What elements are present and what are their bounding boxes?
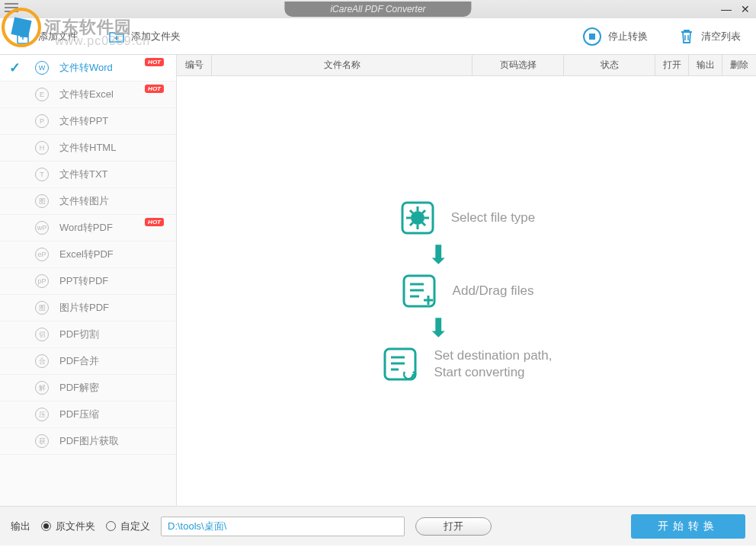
stop-icon xyxy=(582,27,602,46)
arrow-down-icon: ⬇ xyxy=(428,239,449,270)
sidebar-item-label: PDF压缩 xyxy=(59,408,99,421)
sidebar-item-5[interactable]: 图文件转图片 xyxy=(0,188,176,215)
sidebar-item-label: 文件转Excel xyxy=(59,88,114,101)
sidebar-item-label: 文件转TXT xyxy=(59,168,108,181)
sidebar-item-0[interactable]: W文件转WordHOT xyxy=(0,55,176,82)
sidebar-item-9[interactable]: 图图片转PDF xyxy=(0,295,176,321)
col-number: 编号 xyxy=(177,55,212,75)
trash-icon xyxy=(678,27,695,46)
sidebar-item-label: PDF图片获取 xyxy=(59,434,119,448)
stop-convert-button[interactable]: 停止转换 xyxy=(582,27,648,46)
hot-badge: HOT xyxy=(145,58,164,66)
sidebar-item-label: 文件转PPT xyxy=(59,114,108,128)
format-icon: pP xyxy=(35,274,49,288)
radio-off-icon xyxy=(106,521,116,531)
sidebar-item-6[interactable]: wPWord转PDFHOT xyxy=(0,215,176,242)
svg-rect-4 xyxy=(589,34,595,40)
step3-text: Set destination path,Start converting xyxy=(434,347,552,381)
sidebar-item-label: 文件转图片 xyxy=(59,194,109,208)
sidebar-item-label: PDF合并 xyxy=(59,354,99,368)
file-convert-icon xyxy=(380,344,420,384)
step2-text: Add/Drag files xyxy=(453,283,534,299)
svg-line-12 xyxy=(422,222,425,226)
sidebar-item-2[interactable]: P文件转PPT xyxy=(0,108,176,135)
format-icon: 解 xyxy=(35,381,49,395)
stop-label: 停止转换 xyxy=(608,30,648,43)
start-convert-button[interactable]: 开始转换 xyxy=(631,514,745,539)
titlebar: iCareAll PDF Converter — ✕ xyxy=(0,0,756,18)
format-icon: 压 xyxy=(35,408,49,421)
sidebar-item-label: Word转PDF xyxy=(59,221,113,235)
col-filename: 文件名称 xyxy=(212,55,472,75)
sidebar-item-label: 文件转Word xyxy=(59,61,113,75)
sidebar-item-8[interactable]: pPPPT转PDF xyxy=(0,268,176,295)
hamburger-icon[interactable] xyxy=(5,3,18,14)
sidebar-item-12[interactable]: 解PDF解密 xyxy=(0,375,176,401)
clear-list-button[interactable]: 清空列表 xyxy=(678,27,741,46)
hot-badge: HOT xyxy=(145,218,164,226)
format-icon: T xyxy=(35,168,49,181)
sidebar-item-label: PPT转PDF xyxy=(59,274,108,288)
col-output: 输出 xyxy=(689,55,722,75)
step-select-type: Select file type xyxy=(398,198,536,238)
format-icon: 获 xyxy=(35,434,49,448)
svg-line-11 xyxy=(410,210,413,213)
format-icon: 切 xyxy=(35,328,49,341)
radio-origin-label: 原文件夹 xyxy=(56,520,95,533)
radio-custom-folder[interactable]: 自定义 xyxy=(106,520,150,533)
col-open: 打开 xyxy=(655,55,689,75)
sidebar-item-label: 文件转HTML xyxy=(59,141,116,155)
col-pages: 页码选择 xyxy=(472,55,564,75)
table-header: 编号 文件名称 页码选择 状态 打开 输出 删除 xyxy=(177,55,756,76)
open-folder-button[interactable]: 打开 xyxy=(415,517,492,536)
col-delete: 删除 xyxy=(722,55,756,75)
minimize-button[interactable]: — xyxy=(721,3,732,15)
sidebar-item-label: 图片转PDF xyxy=(59,301,109,315)
sidebar-item-13[interactable]: 压PDF压缩 xyxy=(0,401,176,428)
watermark-url: www.pc0359.cn xyxy=(55,34,150,48)
sidebar-item-3[interactable]: H文件转HTML xyxy=(0,135,176,162)
footer-bar: 输出 原文件夹 自定义 D:\tools\桌面\ 打开 开始转换 xyxy=(0,506,756,545)
file-add-icon xyxy=(15,28,32,45)
output-path-field[interactable]: D:\tools\桌面\ xyxy=(161,517,405,536)
format-icon: H xyxy=(35,141,49,155)
radio-on-icon xyxy=(41,521,51,531)
format-icon: 图 xyxy=(35,194,49,208)
step-add-files: Add/Drag files xyxy=(399,271,534,311)
format-icon: E xyxy=(35,88,49,101)
file-plus-icon xyxy=(399,271,439,311)
step-start-convert: Set destination path,Start converting xyxy=(380,344,552,384)
gear-page-icon xyxy=(398,198,437,238)
svg-line-13 xyxy=(422,210,425,213)
sidebar-item-14[interactable]: 获PDF图片获取 xyxy=(0,428,176,455)
output-label: 输出 xyxy=(11,520,30,533)
format-icon: P xyxy=(35,114,49,128)
format-icon: 图 xyxy=(35,301,49,315)
step1-text: Select file type xyxy=(451,210,536,226)
sidebar-item-1[interactable]: E文件转ExcelHOT xyxy=(0,82,176,108)
sidebar-item-11[interactable]: 合PDF合并 xyxy=(0,348,176,375)
drop-zone[interactable]: Select file type ⬇ Add/Drag files ⬇ Set … xyxy=(177,76,756,506)
sidebar-item-10[interactable]: 切PDF切割 xyxy=(0,321,176,348)
hot-badge: HOT xyxy=(145,85,164,93)
main-panel: 编号 文件名称 页码选择 状态 打开 输出 删除 Select file typ… xyxy=(177,55,756,506)
window-title: iCareAll PDF Converter xyxy=(284,2,471,17)
format-icon: wP xyxy=(35,221,49,235)
radio-custom-label: 自定义 xyxy=(120,520,150,533)
sidebar-item-label: PDF切割 xyxy=(59,328,99,341)
sidebar-item-7[interactable]: ePExcel转PDF xyxy=(0,242,176,268)
svg-line-14 xyxy=(410,222,413,226)
format-icon: eP xyxy=(35,248,49,261)
sidebar-item-label: Excel转PDF xyxy=(59,248,114,261)
sidebar: W文件转WordHOTE文件转ExcelHOTP文件转PPTH文件转HTMLT文… xyxy=(0,55,177,506)
arrow-down-icon: ⬇ xyxy=(428,312,449,343)
format-icon: 合 xyxy=(35,354,49,368)
col-status: 状态 xyxy=(564,55,655,75)
format-icon: W xyxy=(35,61,49,75)
sidebar-item-label: PDF解密 xyxy=(59,381,99,395)
radio-origin-folder[interactable]: 原文件夹 xyxy=(41,520,95,533)
sidebar-item-4[interactable]: T文件转TXT xyxy=(0,162,176,188)
close-button[interactable]: ✕ xyxy=(741,3,750,15)
clear-label: 清空列表 xyxy=(701,30,741,43)
